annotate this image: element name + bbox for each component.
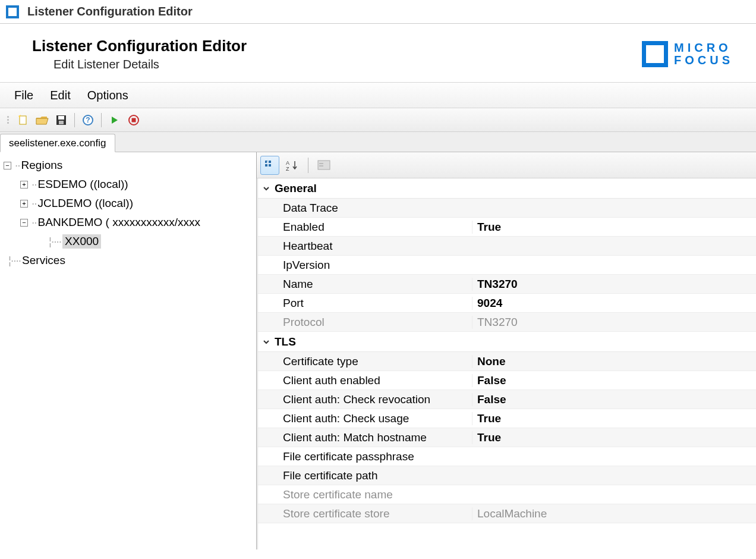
brand-logo-line2: FOCUS xyxy=(674,54,733,67)
svg-rect-2 xyxy=(58,116,64,120)
prop-value[interactable]: True xyxy=(472,412,756,425)
prop-value[interactable]: True xyxy=(472,431,756,444)
categorized-icon: + xyxy=(264,159,276,171)
svg-rect-17 xyxy=(319,165,323,167)
prop-row-file-cert-pass[interactable]: File certificate passphrase xyxy=(258,447,756,466)
toolbar: ? xyxy=(0,108,756,132)
svg-rect-9 xyxy=(269,161,271,163)
svg-text:?: ? xyxy=(86,116,90,124)
prop-row-file-cert-path[interactable]: File certificate path xyxy=(258,466,756,485)
prop-row-client-auth-revocation[interactable]: Client auth: Check revocation False xyxy=(258,390,756,409)
menu-options[interactable]: Options xyxy=(87,89,128,102)
prop-value[interactable]: None xyxy=(472,355,756,368)
open-button[interactable] xyxy=(35,113,49,127)
prop-value[interactable]: 9024 xyxy=(472,297,756,310)
stop-button[interactable] xyxy=(127,113,141,127)
prop-row-protocol[interactable]: Protocol TN3270 xyxy=(258,313,756,332)
prop-row-store-cert-store[interactable]: Store certificate store LocalMachine xyxy=(258,504,756,523)
prop-name: Client auth: Check revocation xyxy=(258,393,472,406)
property-pane: + A Z General Data Trace xyxy=(257,152,756,549)
play-button[interactable] xyxy=(108,113,122,127)
tree-connector-icon: ·· xyxy=(15,159,20,172)
tree-label: BANKDEMO ( xxxxxxxxxxx/xxxx xyxy=(38,216,200,229)
tree-node-jcldemo[interactable]: + ·· JCLDEMO ((local)) xyxy=(4,194,253,213)
prop-row-data-trace[interactable]: Data Trace xyxy=(258,199,756,218)
page-subtitle: Edit Listener Details xyxy=(32,58,247,71)
prop-name: Client auth: Match hostname xyxy=(258,431,472,444)
svg-text:A: A xyxy=(286,160,289,166)
tree-label: JCLDEMO ((local)) xyxy=(38,197,133,210)
prop-name: Data Trace xyxy=(258,202,472,215)
svg-rect-11 xyxy=(269,164,271,167)
tree-connector-icon: ¦···· xyxy=(49,235,61,248)
categorized-view-button[interactable]: + xyxy=(260,156,279,175)
tree-node-bankdemo[interactable]: − ·· BANKDEMO ( xxxxxxxxxxx/xxxx xyxy=(4,213,253,232)
prop-name: File certificate path xyxy=(258,469,472,482)
play-icon xyxy=(110,115,119,125)
prop-name: Protocol xyxy=(258,316,472,329)
tree-node-esdemo[interactable]: + ·· ESDEMO ((local)) xyxy=(4,175,253,194)
help-icon: ? xyxy=(82,114,94,126)
new-file-icon xyxy=(17,114,29,126)
property-pages-button[interactable] xyxy=(314,156,333,175)
prop-name: Client auth: Check usage xyxy=(258,412,472,425)
prop-value[interactable]: TN3270 xyxy=(472,278,756,291)
prop-row-client-auth-enabled[interactable]: Client auth enabled False xyxy=(258,371,756,390)
chevron-down-icon[interactable] xyxy=(263,338,271,346)
tree-node-regions[interactable]: − ·· Regions xyxy=(4,156,253,175)
tree-connector-icon: ·· xyxy=(32,197,37,210)
prop-value[interactable]: True xyxy=(472,221,756,234)
svg-rect-15 xyxy=(318,161,330,169)
open-folder-icon xyxy=(36,114,49,126)
collapse-icon[interactable]: − xyxy=(20,219,28,227)
prop-name: IpVersion xyxy=(258,259,472,272)
app-icon xyxy=(6,5,19,18)
menu-edit[interactable]: Edit xyxy=(50,89,70,102)
tab-config-file[interactable]: seelistener.exe.config xyxy=(0,134,115,152)
prop-row-client-auth-usage[interactable]: Client auth: Check usage True xyxy=(258,409,756,428)
stop-icon xyxy=(128,114,140,126)
category-tls[interactable]: TLS xyxy=(258,332,756,352)
prop-name: Store certificate store xyxy=(258,507,472,520)
header: Listener Configuration Editor Edit Liste… xyxy=(0,24,756,82)
chevron-down-icon[interactable] xyxy=(263,185,271,192)
tree-pane: − ·· Regions + ·· ESDEMO ((local)) + ·· … xyxy=(0,152,257,549)
svg-rect-7 xyxy=(132,118,136,122)
tree-label: ESDEMO ((local)) xyxy=(38,178,128,191)
brand-logo-text: MICRO FOCUS xyxy=(674,42,733,67)
prop-row-name[interactable]: Name TN3270 xyxy=(258,275,756,294)
prop-row-port[interactable]: Port 9024 xyxy=(258,294,756,313)
prop-row-ipversion[interactable]: IpVersion xyxy=(258,256,756,275)
svg-rect-0 xyxy=(20,116,26,124)
header-text-block: Listener Configuration Editor Edit Liste… xyxy=(32,37,247,71)
prop-row-store-cert-name[interactable]: Store certificate name xyxy=(258,485,756,504)
prop-name: Port xyxy=(258,297,472,310)
tree-label: Regions xyxy=(21,159,63,172)
prop-row-cert-type[interactable]: Certificate type None xyxy=(258,352,756,371)
new-file-button[interactable] xyxy=(16,113,30,127)
prop-row-enabled[interactable]: Enabled True xyxy=(258,218,756,237)
tree-label: Services xyxy=(22,254,65,267)
alphabetical-view-button[interactable]: A Z xyxy=(283,156,302,175)
prop-name: File certificate passphrase xyxy=(258,450,472,463)
svg-rect-3 xyxy=(59,121,64,124)
help-button[interactable]: ? xyxy=(81,113,95,127)
expand-icon[interactable]: + xyxy=(20,181,28,189)
prop-value[interactable]: False xyxy=(472,374,756,387)
collapse-icon[interactable]: − xyxy=(4,162,11,169)
expand-icon[interactable]: + xyxy=(20,200,28,208)
brand-logo-line1: MICRO xyxy=(674,42,733,54)
tree-connector-icon: ¦···· xyxy=(8,254,21,267)
svg-rect-16 xyxy=(319,163,323,164)
tree-node-xx000[interactable]: ¦···· XX000 xyxy=(4,232,253,251)
tree-node-services[interactable]: ¦···· Services xyxy=(4,251,253,270)
save-button[interactable] xyxy=(54,113,68,127)
prop-row-heartbeat[interactable]: Heartbeat xyxy=(258,237,756,256)
svg-rect-10 xyxy=(265,164,267,167)
prop-value[interactable]: False xyxy=(472,393,756,406)
menu-file[interactable]: File xyxy=(14,89,33,102)
prop-row-client-auth-hostname[interactable]: Client auth: Match hostname True xyxy=(258,428,756,447)
category-general[interactable]: General xyxy=(258,178,756,199)
brand-logo-icon xyxy=(642,41,668,67)
category-label: General xyxy=(275,182,317,195)
